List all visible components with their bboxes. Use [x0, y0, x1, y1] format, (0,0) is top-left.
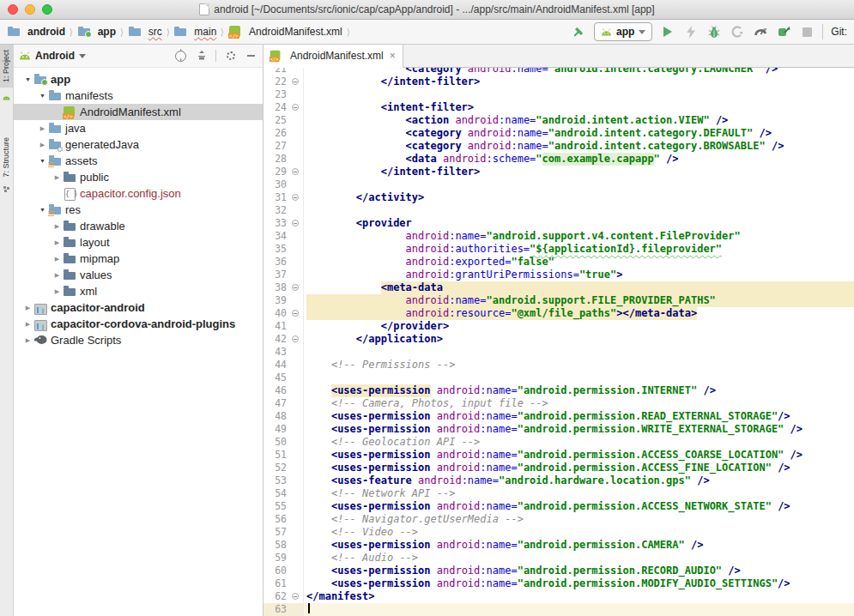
locate-file-icon[interactable] — [174, 50, 187, 63]
code-line-35[interactable]: 35 android:authorities="${applicationId}… — [263, 243, 854, 256]
code-line-31[interactable]: 31 </activity> — [263, 191, 854, 204]
collapse-all-icon[interactable] — [195, 50, 208, 63]
tree-item-gradle-scripts[interactable]: ▶Gradle Scripts — [14, 332, 263, 348]
minimize-window-button[interactable] — [25, 4, 35, 15]
tree-item-assets[interactable]: ▼assets — [14, 153, 263, 169]
breadcrumb-item-app[interactable]: app — [76, 24, 118, 39]
code-line-30[interactable]: 30 — [263, 178, 854, 191]
code-line-38[interactable]: 38 <meta-data — [263, 281, 854, 294]
fold-marker-icon[interactable] — [292, 284, 299, 291]
code-line-50[interactable]: 50 <!-- Geolocation API --> — [263, 436, 854, 449]
code-line-25[interactable]: 25 <action android:name="android.intent.… — [263, 114, 854, 127]
tree-toggle-icon[interactable]: ▶ — [51, 272, 63, 279]
tree-toggle-icon[interactable]: ▶ — [37, 142, 48, 148]
tree-item-capacitor-cordova-android-plugins[interactable]: ▶capacitor-cordova-android-plugins — [14, 316, 263, 332]
stop-button[interactable] — [799, 24, 815, 39]
tree-item-app[interactable]: ▼app — [14, 71, 263, 88]
code-line-42[interactable]: 42 </application> — [263, 333, 854, 346]
tree-toggle-icon[interactable]: ▶ — [22, 337, 33, 344]
code-line-39[interactable]: 39 android:name="android.support.FILE_PR… — [263, 294, 854, 307]
code-line-47[interactable]: 47 <!-- Camera, Photos, input file --> — [263, 397, 854, 410]
code-line-53[interactable]: 53 <uses-feature android:name="android.h… — [263, 474, 854, 487]
code-line-36[interactable]: 36 android:exported="false" — [263, 256, 854, 269]
fold-marker-icon[interactable] — [292, 194, 299, 201]
tree-toggle-icon[interactable]: ▶ — [51, 256, 63, 263]
tree-toggle-icon[interactable]: ▶ — [37, 125, 48, 132]
project-view-select[interactable]: Android — [19, 50, 86, 62]
tree-toggle-icon[interactable]: ▶ — [51, 288, 63, 295]
code-line-58[interactable]: 58 <uses-permission android:name="androi… — [263, 539, 854, 552]
tool-tab-project[interactable]: 1: Project — [0, 45, 13, 88]
android-view-icon[interactable] — [2, 91, 11, 106]
debug-bug-icon[interactable] — [706, 24, 722, 39]
code-line-56[interactable]: 56 <!-- Navigator.getUserMedia --> — [263, 513, 854, 526]
fold-marker-icon[interactable] — [292, 310, 299, 317]
tree-item-androidmanifest-xml[interactable]: AndroidManifest.xml — [14, 104, 263, 120]
code-line-44[interactable]: 44 <!-- Permissions --> — [263, 359, 854, 371]
tree-item-capacitor-android[interactable]: ▶capacitor-android — [14, 299, 263, 316]
tree-toggle-icon[interactable]: ▼ — [37, 207, 48, 213]
code-line-54[interactable]: 54 <!-- Network API --> — [263, 487, 854, 500]
tree-toggle-icon[interactable]: ▼ — [37, 158, 48, 164]
tree-item-drawable[interactable]: ▶drawable — [14, 218, 263, 234]
tree-item-public[interactable]: ▶public — [14, 169, 263, 185]
tree-item-layout[interactable]: ▶layout — [14, 234, 263, 251]
code-line-46[interactable]: 46 <uses-permission android:name="androi… — [263, 384, 854, 397]
tree-toggle-icon[interactable]: ▶ — [51, 174, 63, 181]
code-line-33[interactable]: 33 <provider — [263, 217, 854, 230]
tree-item-manifests[interactable]: ▼manifests — [14, 88, 263, 104]
fold-marker-icon[interactable] — [292, 78, 299, 85]
code-line-29[interactable]: 29 </intent-filter> — [263, 166, 854, 178]
editor-tab-androidmanifest[interactable]: AndroidManifest.xml × — [263, 45, 403, 68]
code-line-26[interactable]: 26 <category android:name="android.inten… — [263, 127, 854, 140]
hide-panel-icon[interactable] — [245, 50, 257, 63]
code-line-63[interactable]: 63 — [263, 603, 854, 616]
breadcrumb-item-main[interactable]: main — [172, 24, 218, 39]
code-line-32[interactable]: 32 — [263, 204, 854, 217]
attach-debugger-icon[interactable] — [776, 24, 791, 39]
fold-marker-icon[interactable] — [292, 593, 299, 600]
code-line-34[interactable]: 34 android:name="android.support.v4.cont… — [263, 230, 854, 243]
code-line-57[interactable]: 57 <!-- Video --> — [263, 526, 854, 539]
breadcrumb-item-androidmanifest-xml[interactable]: AndroidManifest.xml — [227, 24, 344, 39]
code-line-21[interactable]: 21 <category android:name="android.inten… — [263, 68, 854, 75]
coverage-icon[interactable] — [730, 24, 745, 39]
close-tab-icon[interactable]: × — [390, 50, 396, 62]
build-hammer-icon[interactable] — [571, 24, 586, 39]
tool-tab-structure[interactable]: 7: Structure — [0, 132, 13, 183]
tree-toggle-icon[interactable]: ▼ — [37, 93, 48, 99]
tree-item-java[interactable]: ▶java — [14, 120, 263, 136]
code-line-37[interactable]: 37 android:grantUriPermissions="true"> — [263, 269, 854, 281]
code-line-28[interactable]: 28 <data android:scheme="com.example.cap… — [263, 153, 854, 166]
tree-item-capacitor-config-json[interactable]: { }capacitor.config.json — [14, 185, 263, 202]
tree-item-values[interactable]: ▶values — [14, 267, 263, 283]
code-line-61[interactable]: 61 <uses-permission android:name="androi… — [263, 577, 854, 590]
code-line-59[interactable]: 59 <!-- Audio --> — [263, 552, 854, 565]
code-line-49[interactable]: 49 <uses-permission android:name="androi… — [263, 423, 854, 436]
tree-toggle-icon[interactable]: ▶ — [22, 321, 33, 328]
tree-toggle-icon[interactable]: ▶ — [51, 239, 63, 246]
run-button[interactable] — [660, 24, 675, 39]
code-line-60[interactable]: 60 <uses-permission android:name="androi… — [263, 565, 854, 577]
tree-item-generatedjava[interactable]: ▶generatedJava — [14, 136, 263, 153]
breadcrumb-item-android[interactable]: android — [5, 24, 67, 39]
code-line-40[interactable]: 40 android:resource="@xml/file_paths"></… — [263, 307, 854, 320]
close-window-button[interactable] — [8, 4, 18, 15]
run-configuration-select[interactable]: app — [594, 22, 652, 41]
code-line-52[interactable]: 52 <uses-permission android:name="androi… — [263, 462, 854, 474]
code-line-51[interactable]: 51 <uses-permission android:name="androi… — [263, 449, 854, 462]
fold-marker-icon[interactable] — [292, 168, 299, 175]
gear-icon[interactable] — [224, 50, 237, 63]
apply-changes-icon[interactable] — [683, 24, 699, 39]
code-editor[interactable]: 21 <category android:name="android.inten… — [263, 68, 854, 616]
tree-toggle-icon[interactable]: ▼ — [22, 76, 33, 82]
code-line-24[interactable]: 24 <intent-filter> — [263, 101, 854, 114]
code-line-48[interactable]: 48 <uses-permission android:name="androi… — [263, 410, 854, 423]
fold-marker-icon[interactable] — [292, 104, 299, 111]
fold-marker-icon[interactable] — [292, 220, 299, 226]
zoom-window-button[interactable] — [42, 4, 52, 15]
code-line-27[interactable]: 27 <category android:name="android.inten… — [263, 140, 854, 153]
tree-item-mipmap[interactable]: ▶mipmap — [14, 251, 263, 267]
fold-marker-icon[interactable] — [292, 335, 299, 342]
code-line-23[interactable]: 23 — [263, 88, 854, 101]
